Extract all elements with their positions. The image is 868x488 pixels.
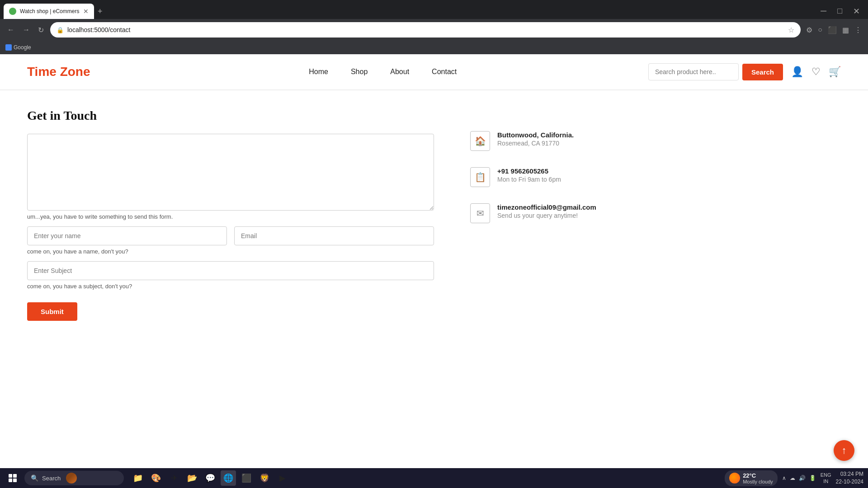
page-title: Get in Touch bbox=[27, 108, 434, 123]
message-validation: um...yea, you have to write something to… bbox=[27, 213, 434, 220]
contact-form-section: Get in Touch um...yea, you have to write… bbox=[27, 108, 434, 321]
nav-shop[interactable]: Shop bbox=[351, 68, 368, 76]
site-header: Time Zone Home Shop About Contact Search… bbox=[0, 54, 868, 90]
bookmark-google[interactable]: Google bbox=[5, 44, 31, 51]
search-area: Search bbox=[648, 63, 783, 80]
tab-close-icon[interactable]: ✕ bbox=[83, 8, 89, 15]
site-logo: Time Zone bbox=[27, 65, 90, 79]
phone-sub: Mon to Fri 9am to 6pm bbox=[497, 176, 561, 183]
address-main: Buttonwood, California. bbox=[497, 131, 574, 139]
tab-bar: Watch shop | eCommers ✕ + ─ □ ✕ bbox=[0, 0, 868, 19]
header-icons: 👤 ♡ 🛒 bbox=[791, 66, 841, 78]
email-sub: Send us your query anytime! bbox=[497, 212, 596, 219]
refresh-button[interactable]: ↻ bbox=[36, 24, 46, 36]
maximize-button[interactable]: □ bbox=[833, 5, 847, 17]
address-bar: ← → ↻ 🔒 localhost:5000/contact ☆ ⚙ ○ ⬛ ▦… bbox=[0, 19, 868, 41]
window-controls: ─ □ ✕ bbox=[816, 5, 864, 17]
user-icon[interactable]: 👤 bbox=[791, 66, 803, 78]
contact-email: ✉ timezoneofficial09@gmail.com Send us y… bbox=[470, 203, 624, 223]
url-input[interactable]: 🔒 localhost:5000/contact ☆ bbox=[50, 22, 801, 38]
url-text: localhost:5000/contact bbox=[67, 26, 130, 33]
nav-about[interactable]: About bbox=[390, 68, 409, 76]
tab-title: Watch shop | eCommers bbox=[20, 8, 80, 14]
address-sub: Rosemead, CA 91770 bbox=[497, 140, 574, 147]
email-input[interactable] bbox=[234, 226, 434, 245]
nav-contact[interactable]: Contact bbox=[432, 68, 457, 76]
email-main: timezoneofficial09@gmail.com bbox=[497, 203, 596, 211]
submit-button[interactable]: Submit bbox=[27, 302, 77, 321]
new-tab-button[interactable]: + bbox=[94, 5, 106, 18]
sidebar-icon[interactable]: ▦ bbox=[841, 25, 850, 35]
phone-icon: 📋 bbox=[470, 167, 490, 187]
phone-main: +91 9562605265 bbox=[497, 167, 561, 175]
nav-home[interactable]: Home bbox=[309, 68, 328, 76]
tab-favicon bbox=[9, 8, 16, 15]
name-email-row bbox=[27, 226, 434, 245]
google-favicon bbox=[5, 44, 12, 51]
contact-phone: 📋 +91 9562605265 Mon to Fri 9am to 6pm bbox=[470, 167, 624, 187]
extensions2-icon[interactable]: ⬛ bbox=[827, 25, 838, 35]
phone-text: +91 9562605265 Mon to Fri 9am to 6pm bbox=[497, 167, 561, 183]
bookmarks-bar: Google bbox=[0, 41, 868, 54]
search-button[interactable]: Search bbox=[742, 64, 783, 80]
logo-black: Time bbox=[27, 65, 60, 79]
toolbar-icons: ⚙ ○ ⬛ ▦ ⋮ bbox=[805, 25, 863, 35]
address-text: Buttonwood, California. Rosemead, CA 917… bbox=[497, 131, 574, 147]
active-tab[interactable]: Watch shop | eCommers ✕ bbox=[4, 4, 94, 19]
wishlist-icon[interactable]: ♡ bbox=[811, 66, 821, 78]
contact-address: 🏠 Buttonwood, California. Rosemead, CA 9… bbox=[470, 131, 624, 151]
name-validation: come on, you have a name, don't you? bbox=[27, 248, 434, 255]
site-nav: Home Shop About Contact bbox=[118, 68, 648, 76]
bookmark-label: Google bbox=[14, 44, 31, 51]
menu-icon[interactable]: ⋮ bbox=[854, 25, 863, 35]
name-input[interactable] bbox=[27, 226, 227, 245]
back-button[interactable]: ← bbox=[5, 24, 16, 36]
email-text: timezoneofficial09@gmail.com Send us you… bbox=[497, 203, 596, 219]
address-icon: 🏠 bbox=[470, 131, 490, 151]
subject-input[interactable] bbox=[27, 261, 434, 280]
subject-validation: come on, you have a subject, don't you? bbox=[27, 283, 434, 290]
profile-icon[interactable]: ○ bbox=[817, 25, 823, 35]
message-textarea[interactable] bbox=[27, 134, 434, 211]
logo-red: Zone bbox=[60, 65, 90, 79]
lock-icon: 🔒 bbox=[57, 27, 64, 33]
forward-button[interactable]: → bbox=[21, 24, 32, 36]
search-input[interactable] bbox=[648, 63, 739, 80]
bookmark-star-icon[interactable]: ☆ bbox=[788, 26, 794, 34]
minimize-button[interactable]: ─ bbox=[816, 5, 831, 17]
website: Time Zone Home Shop About Contact Search… bbox=[0, 54, 868, 371]
close-button[interactable]: ✕ bbox=[849, 5, 864, 17]
extensions-icon[interactable]: ⚙ bbox=[805, 25, 813, 35]
email-icon: ✉ bbox=[470, 203, 490, 223]
cart-icon[interactable]: 🛒 bbox=[829, 66, 841, 78]
browser-chrome: Watch shop | eCommers ✕ + ─ □ ✕ ← → ↻ 🔒 … bbox=[0, 0, 868, 54]
page-content: Get in Touch um...yea, you have to write… bbox=[0, 90, 868, 339]
contact-info-section: 🏠 Buttonwood, California. Rosemead, CA 9… bbox=[470, 108, 624, 321]
